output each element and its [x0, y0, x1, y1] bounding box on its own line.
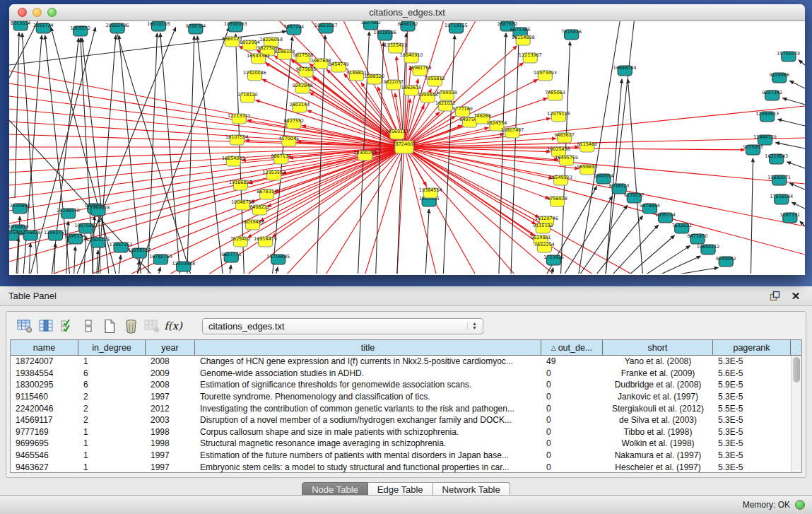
row-height-icon: [83, 319, 93, 333]
table-cell: 5.3E-5: [713, 427, 791, 437]
graph-node-label: 7552254: [534, 243, 555, 248]
table-cell: Disruption of a novel member of a sodium…: [195, 415, 541, 425]
close-panel-button[interactable]: ✕: [788, 289, 804, 303]
table-cell: 0: [541, 427, 603, 437]
network-table-selector[interactable]: citations_edges.txt ▲▼: [202, 318, 483, 334]
table-row[interactable]: 1830029562008Estimation of significance …: [11, 379, 791, 391]
table-cell: 9699695: [11, 438, 78, 448]
column-header-year[interactable]: year: [146, 340, 195, 355]
table-cell: 9115460: [11, 392, 78, 402]
table-cell: 2003: [146, 415, 195, 425]
column-header-title[interactable]: title: [195, 340, 541, 355]
table-cell: 2: [78, 415, 146, 425]
table-cell: 1: [78, 450, 146, 460]
graph-node-label: 8186328: [274, 49, 295, 55]
graph-node-label: 1862615: [401, 86, 422, 91]
graph-node-label: 12213322: [228, 114, 251, 119]
graph-node-label: 16914479: [254, 237, 277, 243]
graph-node-label: 9777169: [452, 107, 473, 112]
network-window: citations_edges.txt 83130342055724190557…: [9, 4, 805, 275]
scrollbar-thumb[interactable]: [793, 357, 800, 382]
graph-node-label: 12444159: [753, 135, 777, 141]
table-row[interactable]: 2242004622012Investigating the contribut…: [11, 402, 791, 414]
graph-node-label: 18724007: [393, 142, 416, 148]
new-table-button[interactable]: [99, 317, 120, 335]
table-row[interactable]: 946362711997Embryonic stem cells: a mode…: [11, 461, 791, 472]
table-cell: 0: [541, 438, 603, 448]
graph-node-label: 12353593: [262, 170, 286, 176]
graph-node-label: 17359928: [87, 206, 110, 211]
table-row[interactable]: 911546021997Tourette syndrome. Phenomeno…: [11, 391, 791, 403]
table-cell: 2009: [146, 368, 195, 378]
table-row[interactable]: 1872400712008Changes of HCN gene express…: [11, 356, 791, 368]
trash-icon: [124, 319, 138, 334]
table-row[interactable]: 977716911998Corpus callosum shape and si…: [11, 426, 791, 438]
table-cell: 0: [541, 392, 603, 402]
new-file-icon: [103, 319, 116, 334]
column-header-out_de[interactable]: △out_de...: [541, 340, 603, 355]
table-cell: 6: [78, 368, 146, 378]
graph-node-label: 10719155: [445, 23, 468, 29]
function-builder-button[interactable]: f(x): [163, 317, 184, 335]
graph-node-label: 7957224: [284, 25, 305, 30]
graph-node-label: 16543362: [247, 54, 270, 59]
table-row[interactable]: 1938455462009Genome-wide association stu…: [11, 368, 791, 380]
graph-node-label: 17016504: [770, 194, 793, 200]
graph-node-label: 8313034: [11, 21, 31, 25]
table-cell: 2: [78, 404, 146, 414]
graph-node-label: 16154808: [512, 35, 535, 41]
table-row[interactable]: 946554611997Estimation of the future num…: [11, 450, 791, 462]
network-canvas[interactable]: 8313034205572419055722069143616910105931…: [9, 21, 805, 274]
table-cell: 2: [78, 392, 146, 402]
graph-node-label: 12213967: [519, 53, 542, 59]
graph-node-label: 18226058: [259, 37, 283, 43]
graph-node-label: 22420046: [243, 71, 266, 76]
graph-node-label: 17957253: [110, 243, 133, 248]
graph-node-label: 8938923: [609, 184, 630, 189]
select-columns-button[interactable]: [35, 317, 57, 335]
graph-node-label: 6466162: [398, 21, 418, 26]
column-header-name[interactable]: name: [11, 340, 78, 355]
network-window-titlebar[interactable]: citations_edges.txt: [9, 4, 805, 21]
graph-node-label: 2718120: [237, 93, 258, 98]
row-height-button[interactable]: [78, 317, 99, 335]
table-cell: 5.3E-5: [713, 415, 791, 425]
table-cell: Estimation of the future numbers of pati…: [195, 450, 541, 460]
table-settings-icon: [17, 319, 33, 333]
table-cell: Changes of HCN gene expression and I(f) …: [195, 356, 541, 366]
table-cell: Franke et al. (2009): [603, 368, 713, 378]
table-body: 1872400712008Changes of HCN gene express…: [11, 356, 791, 472]
table-scrollbar[interactable]: [791, 356, 801, 472]
table-cell: 9777169: [11, 427, 78, 437]
graph-node-label: 9463627: [554, 133, 575, 139]
table-cell: 0: [541, 462, 603, 472]
table-cell: 1997: [146, 392, 195, 402]
column-header-in_degree[interactable]: in_degree: [78, 340, 146, 355]
graph-node-label: 8678314: [257, 189, 277, 195]
graph-node-label: 1156829: [20, 230, 41, 236]
delete-column-button[interactable]: [141, 317, 163, 335]
graph-node-label: 10654112: [697, 245, 720, 250]
delete-table-button[interactable]: [120, 317, 141, 335]
row-checkmarks-icon: [60, 319, 74, 333]
graph-node-label: 2687682: [498, 21, 518, 26]
graph-node-label: 9115460: [577, 142, 597, 148]
table-cell: 5.3E-5: [713, 462, 791, 472]
table-row[interactable]: 1456911722003Disruption of a novel membe…: [11, 414, 791, 426]
table-cell: 5.6E-5: [713, 368, 791, 378]
column-header-short[interactable]: short: [603, 340, 713, 355]
graph-node-label: 7955812: [425, 76, 445, 82]
citation-network-graph[interactable]: 8313034205572419055722069143616910105931…: [9, 21, 805, 274]
float-panel-button[interactable]: [767, 289, 782, 303]
table-cell: 5.3E-5: [713, 392, 791, 402]
table-row[interactable]: 969969511998Structural magnetic resonanc…: [11, 438, 791, 450]
graph-node-label: 9657771: [221, 252, 242, 258]
column-header-pagerank[interactable]: pagerank: [713, 340, 791, 355]
graph-node-label: 16654983: [222, 156, 245, 162]
status-bar: Memory: OK: [0, 495, 812, 514]
select-rows-button[interactable]: [57, 317, 78, 335]
graph-node-label: 10653287: [314, 23, 338, 29]
table-settings-button[interactable]: [14, 317, 35, 335]
graph-node-label: 9699695: [577, 165, 597, 170]
table-header-row: namein_degreeyeartitle△out_de...shortpag…: [11, 340, 801, 356]
